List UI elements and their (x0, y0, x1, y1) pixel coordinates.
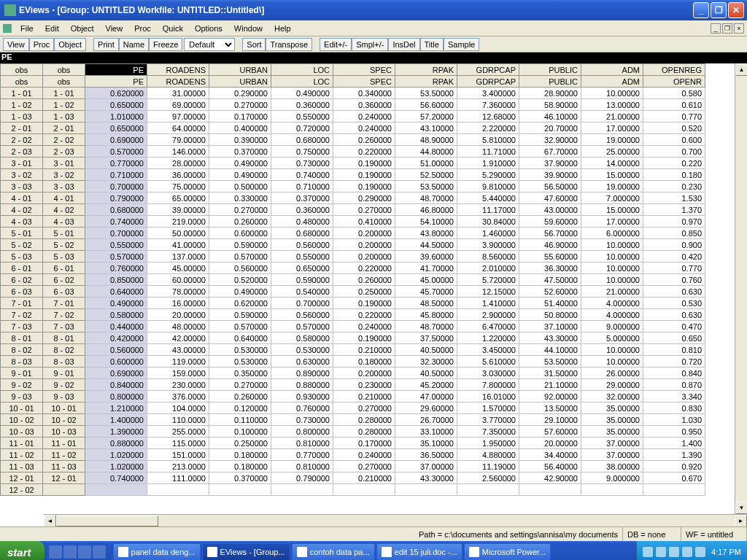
cell[interactable]: 78.00000 (147, 286, 209, 298)
cell[interactable]: 37.90000 (519, 158, 581, 169)
cell[interactable]: 137.0000 (147, 251, 209, 262)
col-header-2[interactable]: URBAN (209, 76, 271, 88)
cell[interactable]: 46.10000 (519, 111, 581, 122)
cell[interactable]: 0.210000 (333, 391, 395, 402)
cell[interactable]: 0.210000 (333, 472, 395, 484)
row-header[interactable]: 5 - 03 (1, 251, 43, 262)
cell[interactable]: 44.80000 (395, 146, 457, 158)
cell[interactable]: 0.250000 (209, 438, 271, 449)
cell[interactable]: 0.560000 (271, 309, 333, 321)
cell[interactable]: 42.90000 (519, 472, 581, 484)
row-obs[interactable]: 7 - 02 (43, 309, 85, 321)
scroll-down-button[interactable]: ▼ (735, 502, 747, 514)
cell[interactable]: 4.880000 (457, 449, 519, 461)
cell[interactable]: 0.530 (643, 298, 705, 309)
cell[interactable]: 0.840000 (85, 379, 147, 391)
cell[interactable]: 55.60000 (519, 251, 581, 262)
cell[interactable]: 0.690000 (85, 134, 147, 146)
row-obs[interactable]: 8 - 03 (43, 356, 85, 368)
cell[interactable] (457, 484, 519, 496)
row-header[interactable]: 4 - 02 (1, 204, 43, 216)
cell[interactable] (271, 484, 333, 496)
cell[interactable]: 21.10000 (519, 379, 581, 391)
menu-object[interactable]: Object (65, 23, 100, 34)
row-obs[interactable]: 9 - 02 (43, 379, 85, 391)
cell[interactable]: 4.000000 (581, 309, 643, 321)
cell[interactable] (333, 484, 395, 496)
cell[interactable]: 2.560000 (457, 472, 519, 484)
col-header[interactable]: OPENREG (643, 64, 705, 76)
col-header[interactable]: obs (1, 64, 43, 76)
close-button[interactable]: ✕ (728, 2, 744, 18)
cell[interactable]: 39.90000 (519, 169, 581, 181)
cell[interactable]: 0.420000 (85, 332, 147, 344)
row-header[interactable]: 10 - 02 (1, 414, 43, 426)
cell[interactable]: 56.50000 (519, 181, 581, 192)
cell[interactable]: 43.10000 (395, 122, 457, 134)
cell[interactable]: 0.420 (643, 251, 705, 262)
row-header[interactable]: 11 - 02 (1, 449, 43, 461)
row-obs[interactable]: 8 - 02 (43, 344, 85, 356)
cell[interactable]: 0.550000 (271, 111, 333, 122)
taskbar-item[interactable]: Microsoft Power... (464, 543, 551, 560)
cell[interactable]: 7.350000 (457, 426, 519, 438)
cell[interactable]: 0.190000 (333, 181, 395, 192)
cell[interactable]: 0.600000 (85, 356, 147, 368)
cell[interactable]: 0.260000 (333, 274, 395, 286)
cell[interactable]: 0.200000 (333, 251, 395, 262)
tray-icon[interactable] (669, 547, 679, 557)
col-header[interactable]: ROADENS (147, 64, 209, 76)
cell[interactable]: 0.270000 (209, 379, 271, 391)
cell[interactable]: 0.850000 (85, 274, 147, 286)
cell[interactable]: 376.0000 (147, 391, 209, 402)
row-header[interactable]: 1 - 02 (1, 99, 43, 111)
cell[interactable]: 7.360000 (457, 99, 519, 111)
cell[interactable]: 0.790000 (271, 472, 333, 484)
row-obs[interactable]: 9 - 01 (43, 368, 85, 379)
cell[interactable]: 0.240000 (333, 111, 395, 122)
cell[interactable]: 1.410000 (457, 298, 519, 309)
col-header-2[interactable]: obs (43, 76, 85, 88)
cell[interactable]: 97.00000 (147, 111, 209, 122)
tb-print[interactable]: Print (93, 38, 119, 51)
maximize-button[interactable]: ❐ (711, 2, 727, 18)
cell[interactable]: 0.770 (643, 111, 705, 122)
row-header[interactable]: 6 - 01 (1, 262, 43, 274)
cell[interactable]: 10.00000 (581, 239, 643, 251)
cell[interactable]: 0.550000 (271, 251, 333, 262)
tb-name[interactable]: Name (119, 38, 149, 51)
cell[interactable]: 19.00000 (581, 181, 643, 192)
cell[interactable]: 3.340 (643, 391, 705, 402)
cell[interactable]: 43.00000 (519, 204, 581, 216)
cell[interactable]: 0.620000 (209, 298, 271, 309)
cell[interactable]: 0.630 (643, 309, 705, 321)
cell[interactable]: 13.50000 (519, 402, 581, 414)
cell[interactable]: 0.590000 (209, 239, 271, 251)
cell[interactable]: 48.50000 (395, 298, 457, 309)
col-header[interactable]: GDRPCAP (457, 64, 519, 76)
cell[interactable]: 10.00000 (581, 344, 643, 356)
cell[interactable]: 0.490000 (209, 158, 271, 169)
cell[interactable]: 10.00000 (581, 251, 643, 262)
row-obs[interactable]: 5 - 02 (43, 239, 85, 251)
cell[interactable]: 0.560000 (271, 239, 333, 251)
cell[interactable]: 0.180000 (209, 449, 271, 461)
cell[interactable]: 35.10000 (395, 438, 457, 449)
cell[interactable]: 1.010000 (85, 111, 147, 122)
cell[interactable]: 0.650 (643, 332, 705, 344)
col-header-2[interactable]: RPAK (395, 76, 457, 88)
cell[interactable]: 37.00000 (581, 449, 643, 461)
cell[interactable]: 8.560000 (457, 251, 519, 262)
cell[interactable]: 0.260000 (333, 134, 395, 146)
cell[interactable]: 60.00000 (147, 274, 209, 286)
cell[interactable]: 51.00000 (395, 158, 457, 169)
cell[interactable]: 0.220 (643, 158, 705, 169)
row-obs[interactable]: 10 - 01 (43, 402, 85, 414)
cell[interactable]: 0.720000 (271, 122, 333, 134)
cell[interactable]: 20.00000 (147, 309, 209, 321)
cell[interactable]: 0.770000 (271, 449, 333, 461)
row-header[interactable]: 6 - 02 (1, 274, 43, 286)
cell[interactable]: 26.00000 (581, 368, 643, 379)
col-header-2[interactable]: PE (85, 76, 147, 88)
row-obs[interactable]: 11 - 02 (43, 449, 85, 461)
